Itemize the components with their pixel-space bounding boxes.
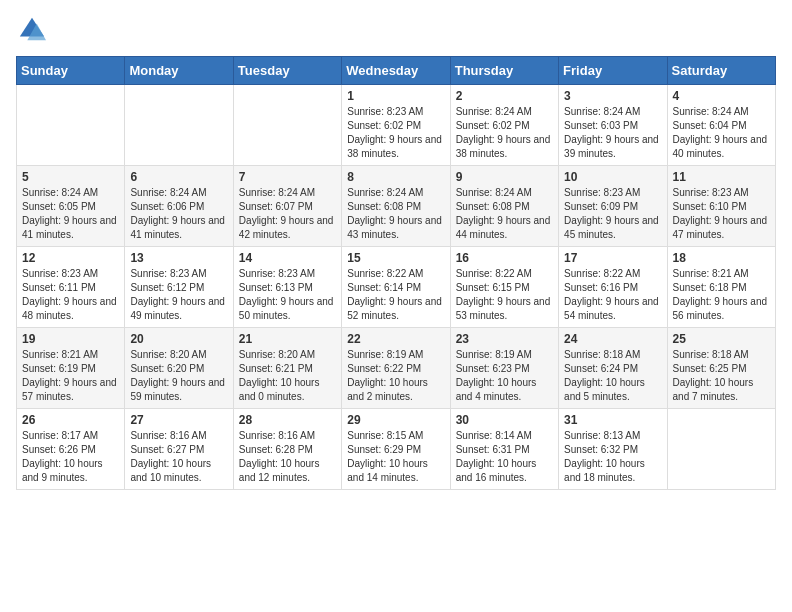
day-info: Sunrise: 8:20 AM Sunset: 6:20 PM Dayligh…: [130, 348, 227, 404]
day-number: 15: [347, 251, 444, 265]
day-number: 27: [130, 413, 227, 427]
calendar-header-friday: Friday: [559, 57, 667, 85]
day-number: 22: [347, 332, 444, 346]
day-info: Sunrise: 8:16 AM Sunset: 6:27 PM Dayligh…: [130, 429, 227, 485]
day-info: Sunrise: 8:20 AM Sunset: 6:21 PM Dayligh…: [239, 348, 336, 404]
day-number: 16: [456, 251, 553, 265]
calendar-header-row: SundayMondayTuesdayWednesdayThursdayFrid…: [17, 57, 776, 85]
calendar-cell: 18Sunrise: 8:21 AM Sunset: 6:18 PM Dayli…: [667, 247, 775, 328]
day-number: 5: [22, 170, 119, 184]
calendar-cell: 24Sunrise: 8:18 AM Sunset: 6:24 PM Dayli…: [559, 328, 667, 409]
calendar-cell: [125, 85, 233, 166]
calendar-header-monday: Monday: [125, 57, 233, 85]
calendar-week-row: 12Sunrise: 8:23 AM Sunset: 6:11 PM Dayli…: [17, 247, 776, 328]
day-number: 14: [239, 251, 336, 265]
day-info: Sunrise: 8:23 AM Sunset: 6:11 PM Dayligh…: [22, 267, 119, 323]
day-number: 29: [347, 413, 444, 427]
day-number: 1: [347, 89, 444, 103]
day-info: Sunrise: 8:24 AM Sunset: 6:04 PM Dayligh…: [673, 105, 770, 161]
day-info: Sunrise: 8:21 AM Sunset: 6:19 PM Dayligh…: [22, 348, 119, 404]
calendar-week-row: 5Sunrise: 8:24 AM Sunset: 6:05 PM Daylig…: [17, 166, 776, 247]
calendar-week-row: 26Sunrise: 8:17 AM Sunset: 6:26 PM Dayli…: [17, 409, 776, 490]
calendar-cell: 12Sunrise: 8:23 AM Sunset: 6:11 PM Dayli…: [17, 247, 125, 328]
day-info: Sunrise: 8:19 AM Sunset: 6:23 PM Dayligh…: [456, 348, 553, 404]
day-info: Sunrise: 8:24 AM Sunset: 6:08 PM Dayligh…: [347, 186, 444, 242]
calendar-cell: [667, 409, 775, 490]
calendar-cell: 3Sunrise: 8:24 AM Sunset: 6:03 PM Daylig…: [559, 85, 667, 166]
day-number: 26: [22, 413, 119, 427]
day-number: 12: [22, 251, 119, 265]
day-info: Sunrise: 8:14 AM Sunset: 6:31 PM Dayligh…: [456, 429, 553, 485]
day-number: 28: [239, 413, 336, 427]
calendar-cell: 30Sunrise: 8:14 AM Sunset: 6:31 PM Dayli…: [450, 409, 558, 490]
day-number: 18: [673, 251, 770, 265]
calendar-cell: 23Sunrise: 8:19 AM Sunset: 6:23 PM Dayli…: [450, 328, 558, 409]
day-number: 2: [456, 89, 553, 103]
calendar-cell: [233, 85, 341, 166]
day-info: Sunrise: 8:23 AM Sunset: 6:10 PM Dayligh…: [673, 186, 770, 242]
day-info: Sunrise: 8:21 AM Sunset: 6:18 PM Dayligh…: [673, 267, 770, 323]
calendar-cell: 19Sunrise: 8:21 AM Sunset: 6:19 PM Dayli…: [17, 328, 125, 409]
page-header: [16, 16, 776, 44]
day-info: Sunrise: 8:24 AM Sunset: 6:02 PM Dayligh…: [456, 105, 553, 161]
calendar-header-wednesday: Wednesday: [342, 57, 450, 85]
calendar-cell: 22Sunrise: 8:19 AM Sunset: 6:22 PM Dayli…: [342, 328, 450, 409]
calendar-cell: 5Sunrise: 8:24 AM Sunset: 6:05 PM Daylig…: [17, 166, 125, 247]
calendar-cell: 27Sunrise: 8:16 AM Sunset: 6:27 PM Dayli…: [125, 409, 233, 490]
calendar-cell: 4Sunrise: 8:24 AM Sunset: 6:04 PM Daylig…: [667, 85, 775, 166]
day-info: Sunrise: 8:18 AM Sunset: 6:25 PM Dayligh…: [673, 348, 770, 404]
day-number: 13: [130, 251, 227, 265]
calendar-week-row: 19Sunrise: 8:21 AM Sunset: 6:19 PM Dayli…: [17, 328, 776, 409]
day-info: Sunrise: 8:23 AM Sunset: 6:13 PM Dayligh…: [239, 267, 336, 323]
calendar-cell: 17Sunrise: 8:22 AM Sunset: 6:16 PM Dayli…: [559, 247, 667, 328]
day-number: 23: [456, 332, 553, 346]
day-info: Sunrise: 8:19 AM Sunset: 6:22 PM Dayligh…: [347, 348, 444, 404]
day-number: 31: [564, 413, 661, 427]
calendar-cell: 20Sunrise: 8:20 AM Sunset: 6:20 PM Dayli…: [125, 328, 233, 409]
day-info: Sunrise: 8:24 AM Sunset: 6:03 PM Dayligh…: [564, 105, 661, 161]
day-info: Sunrise: 8:13 AM Sunset: 6:32 PM Dayligh…: [564, 429, 661, 485]
day-number: 24: [564, 332, 661, 346]
calendar-cell: 8Sunrise: 8:24 AM Sunset: 6:08 PM Daylig…: [342, 166, 450, 247]
day-number: 3: [564, 89, 661, 103]
day-info: Sunrise: 8:22 AM Sunset: 6:14 PM Dayligh…: [347, 267, 444, 323]
calendar-cell: 16Sunrise: 8:22 AM Sunset: 6:15 PM Dayli…: [450, 247, 558, 328]
day-info: Sunrise: 8:18 AM Sunset: 6:24 PM Dayligh…: [564, 348, 661, 404]
calendar-cell: 10Sunrise: 8:23 AM Sunset: 6:09 PM Dayli…: [559, 166, 667, 247]
calendar-cell: 2Sunrise: 8:24 AM Sunset: 6:02 PM Daylig…: [450, 85, 558, 166]
day-info: Sunrise: 8:17 AM Sunset: 6:26 PM Dayligh…: [22, 429, 119, 485]
day-info: Sunrise: 8:23 AM Sunset: 6:12 PM Dayligh…: [130, 267, 227, 323]
logo: [16, 16, 46, 44]
day-number: 11: [673, 170, 770, 184]
day-number: 8: [347, 170, 444, 184]
calendar-cell: 25Sunrise: 8:18 AM Sunset: 6:25 PM Dayli…: [667, 328, 775, 409]
calendar-cell: [17, 85, 125, 166]
calendar-cell: 1Sunrise: 8:23 AM Sunset: 6:02 PM Daylig…: [342, 85, 450, 166]
day-number: 20: [130, 332, 227, 346]
day-info: Sunrise: 8:24 AM Sunset: 6:07 PM Dayligh…: [239, 186, 336, 242]
day-info: Sunrise: 8:23 AM Sunset: 6:02 PM Dayligh…: [347, 105, 444, 161]
day-number: 4: [673, 89, 770, 103]
day-info: Sunrise: 8:24 AM Sunset: 6:08 PM Dayligh…: [456, 186, 553, 242]
day-number: 17: [564, 251, 661, 265]
calendar-cell: 9Sunrise: 8:24 AM Sunset: 6:08 PM Daylig…: [450, 166, 558, 247]
day-number: 7: [239, 170, 336, 184]
calendar-cell: 11Sunrise: 8:23 AM Sunset: 6:10 PM Dayli…: [667, 166, 775, 247]
calendar-cell: 15Sunrise: 8:22 AM Sunset: 6:14 PM Dayli…: [342, 247, 450, 328]
day-info: Sunrise: 8:23 AM Sunset: 6:09 PM Dayligh…: [564, 186, 661, 242]
day-number: 30: [456, 413, 553, 427]
day-info: Sunrise: 8:15 AM Sunset: 6:29 PM Dayligh…: [347, 429, 444, 485]
calendar-week-row: 1Sunrise: 8:23 AM Sunset: 6:02 PM Daylig…: [17, 85, 776, 166]
calendar-cell: 21Sunrise: 8:20 AM Sunset: 6:21 PM Dayli…: [233, 328, 341, 409]
day-info: Sunrise: 8:24 AM Sunset: 6:05 PM Dayligh…: [22, 186, 119, 242]
calendar-cell: 7Sunrise: 8:24 AM Sunset: 6:07 PM Daylig…: [233, 166, 341, 247]
calendar-header-tuesday: Tuesday: [233, 57, 341, 85]
calendar-cell: 6Sunrise: 8:24 AM Sunset: 6:06 PM Daylig…: [125, 166, 233, 247]
calendar-cell: 29Sunrise: 8:15 AM Sunset: 6:29 PM Dayli…: [342, 409, 450, 490]
calendar-header-saturday: Saturday: [667, 57, 775, 85]
calendar-cell: 28Sunrise: 8:16 AM Sunset: 6:28 PM Dayli…: [233, 409, 341, 490]
day-number: 25: [673, 332, 770, 346]
day-number: 21: [239, 332, 336, 346]
calendar-cell: 31Sunrise: 8:13 AM Sunset: 6:32 PM Dayli…: [559, 409, 667, 490]
day-info: Sunrise: 8:16 AM Sunset: 6:28 PM Dayligh…: [239, 429, 336, 485]
